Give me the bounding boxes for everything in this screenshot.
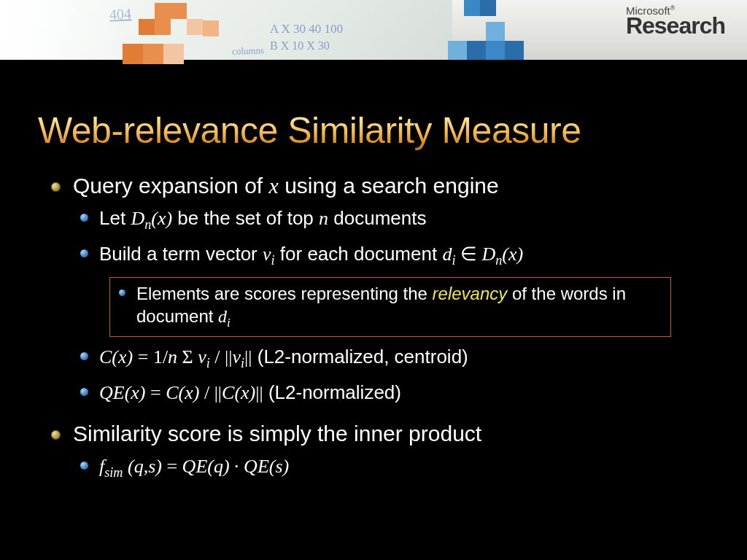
brand-logo: Microsoft® Research bbox=[626, 4, 725, 39]
bullet-term-vector: Build a term vector vi for each document… bbox=[51, 241, 708, 270]
brand-line2: Research bbox=[626, 12, 725, 39]
bullet-similarity: Similarity score is simply the inner pro… bbox=[51, 421, 708, 446]
slide-title: Web-relevance Similarity Measure bbox=[38, 109, 581, 152]
bullet-query-expansion: Query expansion of x using a search engi… bbox=[51, 174, 708, 198]
banner: A X 30 40 100 B X 10 X 30 404 columns Mi… bbox=[0, 0, 747, 60]
scribble-a: A X 30 40 100 bbox=[270, 22, 343, 36]
slide-content: Query expansion of x using a search engi… bbox=[51, 169, 708, 482]
bullet-let-dn: Let Dn(x) be the set of top n documents bbox=[51, 206, 708, 234]
bullet-qe: QE(x) = C(x) / ||C(x)|| (L2-normalized) bbox=[51, 380, 708, 405]
scribble-b: B X 10 X 30 bbox=[270, 39, 330, 52]
bullet-fsim: fsim (q,s) = QE(q) · QE(s) bbox=[51, 454, 708, 482]
highlighted-box: Elements are scores representing the rel… bbox=[109, 277, 671, 338]
bullet-relevancy: Elements are scores representing the rel… bbox=[117, 282, 663, 331]
bullet-centroid: C(x) = 1/n Σ vi / ||vi|| (L2-normalized,… bbox=[51, 344, 708, 373]
scribble-d: columns bbox=[232, 44, 265, 58]
